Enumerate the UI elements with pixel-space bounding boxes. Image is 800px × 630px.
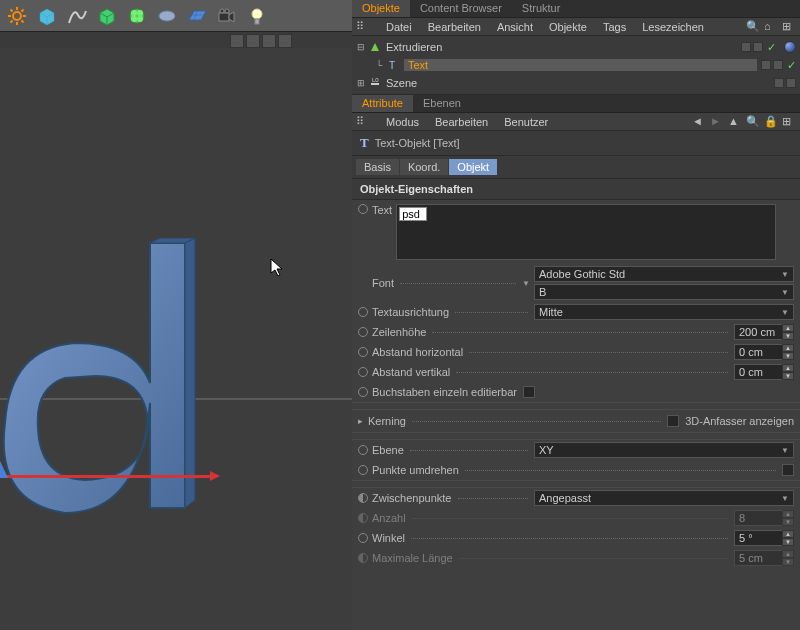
prop-text: Text: [352, 200, 800, 264]
svg-rect-17: [219, 13, 229, 21]
material-ball-icon[interactable]: [784, 41, 796, 53]
vspace-spinner[interactable]: 0 cm▲▼: [734, 364, 794, 380]
chevron-right-icon[interactable]: ▸: [358, 416, 368, 426]
font-picker-icon[interactable]: ▼: [522, 279, 534, 288]
grip-icon[interactable]: ⠿: [356, 115, 372, 128]
menu-lesezeichen[interactable]: Lesezeichen: [634, 21, 712, 33]
camera-icon[interactable]: [213, 2, 241, 30]
text-input[interactable]: [399, 207, 427, 221]
radio-icon[interactable]: [358, 445, 368, 455]
deformer-icon[interactable]: [123, 2, 151, 30]
interp-select[interactable]: Angepasst▼: [534, 490, 794, 506]
radio-icon[interactable]: [358, 493, 368, 503]
search-icon[interactable]: 🔍: [746, 115, 760, 129]
new-icon[interactable]: ⊞: [782, 115, 796, 129]
radio-icon: [358, 513, 368, 523]
chars-editable-check[interactable]: [523, 386, 535, 398]
back-icon[interactable]: ◄: [692, 115, 706, 129]
text-input-area[interactable]: [396, 204, 776, 260]
attr-title: Text-Objekt [Text]: [375, 137, 460, 149]
search-icon[interactable]: 🔍: [746, 20, 760, 34]
svg-point-14: [159, 11, 175, 21]
menu-ansicht[interactable]: Ansicht: [489, 21, 541, 33]
check-icon[interactable]: ✓: [787, 59, 796, 72]
font-family-select[interactable]: Adobe Gothic Std▼: [534, 266, 794, 282]
view-btn-2[interactable]: [246, 34, 260, 48]
spin-up-icon[interactable]: ▲: [782, 530, 794, 538]
tree-row-text[interactable]: └ T Text ✓: [352, 56, 800, 74]
menu-datei[interactable]: Datei: [378, 21, 420, 33]
spin-down-icon[interactable]: ▼: [782, 372, 794, 380]
plane-select[interactable]: XY▼: [534, 442, 794, 458]
tree-label-scene[interactable]: Szene: [386, 77, 770, 89]
tree-row-extrude[interactable]: ⊟ Extrudieren ✓: [352, 38, 800, 56]
prop-lineheight: Zeilenhöhe 200 cm▲▼: [352, 322, 800, 342]
subtab-objekt[interactable]: Objekt: [449, 159, 497, 175]
expand-tree-icon[interactable]: ⊞: [356, 78, 366, 88]
spline-icon[interactable]: [63, 2, 91, 30]
spin-up-icon[interactable]: ▲: [782, 324, 794, 332]
font-weight-select[interactable]: B▼: [534, 284, 794, 300]
radio-icon[interactable]: [358, 327, 368, 337]
forward-icon[interactable]: ►: [710, 115, 724, 129]
tree-row-scene[interactable]: ⊞ L0 Szene: [352, 74, 800, 92]
radio-icon[interactable]: [358, 307, 368, 317]
menu-objekte[interactable]: Objekte: [541, 21, 595, 33]
handles3d-check[interactable]: [667, 415, 679, 427]
spin-down-icon[interactable]: ▼: [782, 332, 794, 340]
tree-label-text[interactable]: Text: [404, 59, 757, 71]
lineheight-spinner[interactable]: 200 cm▲▼: [734, 324, 794, 340]
tab-structure[interactable]: Struktur: [512, 0, 571, 17]
spin-down-icon[interactable]: ▼: [782, 352, 794, 360]
view-btn-4[interactable]: [278, 34, 292, 48]
collapse-icon[interactable]: ⊟: [356, 42, 366, 52]
menu-tags[interactable]: Tags: [595, 21, 634, 33]
chevron-down-icon: ▼: [781, 308, 789, 317]
subtab-basis[interactable]: Basis: [356, 159, 399, 175]
prop-reverse: Punkte umdrehen: [352, 460, 800, 480]
menu-benutzer[interactable]: Benutzer: [496, 116, 556, 128]
3d-viewport[interactable]: [0, 48, 352, 630]
viewport-buttons: [230, 34, 292, 48]
light-icon[interactable]: [243, 2, 271, 30]
radio-icon[interactable]: [358, 204, 368, 214]
view-btn-1[interactable]: [230, 34, 244, 48]
tree-label-extrude[interactable]: Extrudieren: [386, 41, 737, 53]
angle-spinner[interactable]: 5 °▲▼: [734, 530, 794, 546]
radio-icon[interactable]: [358, 367, 368, 377]
radio-icon[interactable]: [358, 533, 368, 543]
tab-objects[interactable]: Objekte: [352, 0, 410, 17]
spin-down-icon[interactable]: ▼: [782, 538, 794, 546]
radio-icon[interactable]: [358, 347, 368, 357]
primitive-icon[interactable]: [93, 2, 121, 30]
align-select[interactable]: Mitte▼: [534, 304, 794, 320]
menu-bearbeiten2[interactable]: Bearbeiten: [427, 116, 496, 128]
menu-modus[interactable]: Modus: [378, 116, 427, 128]
tab-content-browser[interactable]: Content Browser: [410, 0, 512, 17]
radio-icon[interactable]: [358, 465, 368, 475]
cube-icon[interactable]: [33, 2, 61, 30]
count-spinner: 8▲▼: [734, 510, 794, 526]
label-font: Font: [372, 277, 394, 289]
spin-up-icon[interactable]: ▲: [782, 344, 794, 352]
svg-line-6: [22, 20, 24, 22]
plane-icon[interactable]: [183, 2, 211, 30]
up-icon[interactable]: ▲: [728, 115, 742, 129]
grip-icon[interactable]: ⠿: [356, 20, 372, 33]
gear-icon[interactable]: [3, 2, 31, 30]
menu-bearbeiten[interactable]: Bearbeiten: [420, 21, 489, 33]
hspace-spinner[interactable]: 0 cm▲▼: [734, 344, 794, 360]
tab-attribute[interactable]: Attribute: [352, 95, 413, 112]
reverse-check[interactable]: [782, 464, 794, 476]
expand-icon[interactable]: ⊞: [782, 20, 796, 34]
tab-layers[interactable]: Ebenen: [413, 95, 471, 112]
label-count: Anzahl: [372, 512, 406, 524]
check-icon[interactable]: ✓: [767, 41, 776, 54]
radio-icon[interactable]: [358, 387, 368, 397]
spin-up-icon[interactable]: ▲: [782, 364, 794, 372]
disc-icon[interactable]: [153, 2, 181, 30]
home-icon[interactable]: ⌂: [764, 20, 778, 34]
lock-icon[interactable]: 🔒: [764, 115, 778, 129]
view-btn-3[interactable]: [262, 34, 276, 48]
subtab-koord[interactable]: Koord.: [400, 159, 448, 175]
